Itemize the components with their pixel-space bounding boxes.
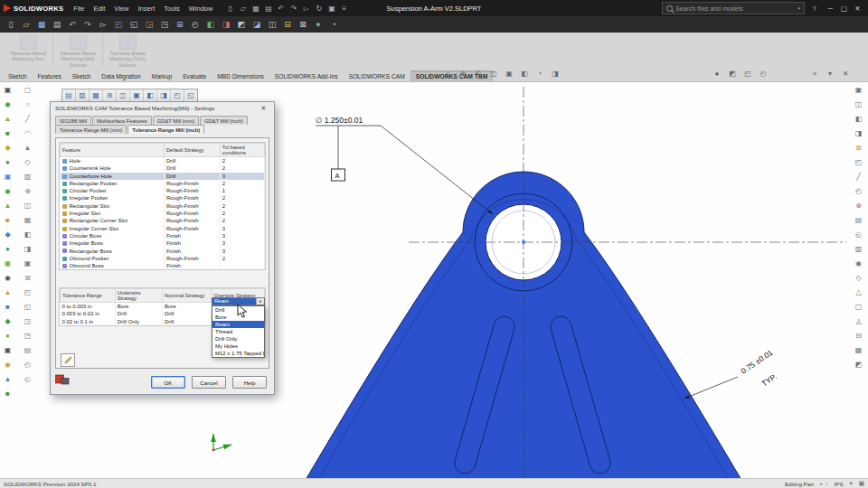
close-button[interactable]: ✕ [851,2,864,14]
feature-row[interactable]: Obround Boss Finish [61,262,265,269]
command-icon-16[interactable]: ■ [1,300,14,313]
sketch-tool-icon-21[interactable]: ◵ [21,372,34,385]
sketch-tool-icon-18[interactable]: ◳ [21,329,34,342]
command-icon-4[interactable]: ■ [1,127,14,139]
options-gear-icon[interactable]: ≡ [338,3,350,14]
save-icon[interactable]: ▦ [34,18,49,31]
sketch-tool-icon-16[interactable]: ◱ [21,300,34,313]
view-settings-icon[interactable]: ◨ [548,68,562,80]
command-icon-17[interactable]: ◆ [1,314,14,327]
save-icon[interactable]: ▦ [250,3,261,14]
select-arrow-icon[interactable]: ▻ [300,3,312,14]
command-icon-1[interactable]: ▣ [1,83,14,96]
close-panel-icon[interactable]: ✕ [838,68,853,80]
view-tool-icon-2[interactable]: ◫ [852,98,865,110]
sketch-tool-icon-7[interactable]: ▥ [21,170,34,183]
tab-sketch-2[interactable]: Sketch [67,70,96,81]
view-tool-icon-3[interactable]: ◧ [852,112,865,125]
dialog-tab[interactable]: Tolerance Range Mill (mm) [55,125,127,134]
dialog-tab[interactable]: GD&T Mill (inch) [200,116,247,125]
tbm-turn-settings-button[interactable]: Tolerance Based Machining (Turn) Setting… [103,34,152,69]
units-caret-icon[interactable]: ▾ [850,480,853,487]
scene-icon[interactable]: ◔ [326,18,341,31]
cam-setup-icon[interactable]: ◫ [117,89,130,101]
command-icon-19[interactable]: ▣ [1,343,14,356]
feature-row[interactable]: Obround Pocket Rough-Finish 2 [61,255,265,262]
view-tool-icon-9[interactable]: ⊕ [852,199,865,211]
open-file-icon[interactable]: ▱ [237,3,249,14]
help-icon[interactable]: ? [808,3,820,14]
dialog-titlebar[interactable]: SOLIDWORKS CAM Tolerance Based Machining… [51,102,274,114]
sketch-tool-icon-12[interactable]: ◨ [21,242,34,255]
command-icon-21[interactable]: ▲ [1,372,14,385]
print-icon[interactable]: ▤ [50,18,64,31]
feature-row[interactable]: Circular Pocket Rough-Finish 1 [61,187,265,194]
menu-item[interactable]: Edit [89,5,109,13]
open-folder-icon[interactable]: ▱ [19,18,33,31]
pattern-icon[interactable]: ⊞ [173,18,187,31]
sketch-tool-icon-11[interactable]: ◧ [21,228,34,240]
feature-row[interactable]: Counterbore Hole Drill 3 [61,173,265,180]
cut-extrude-icon[interactable]: ◨ [219,18,233,31]
dropdown-option[interactable]: Ream [212,321,264,328]
cam-tree-icon[interactable]: ▤ [62,89,76,101]
view-tool-icon-12[interactable]: ▥ [852,242,865,255]
undo-icon[interactable]: ↶ [65,18,80,31]
new-doc-icon[interactable]: ▯ [4,18,18,31]
file-properties-icon[interactable]: ▣ [326,3,337,14]
command-icon-10[interactable]: ■ [1,213,14,226]
dialog-close-icon[interactable]: ✕ [258,103,269,113]
feature-row[interactable]: Rectangular Boss Finish 3 [61,248,265,255]
feature-row[interactable]: Rectangular Corner Slot Rough-Finish 2 [61,217,265,224]
cam-feature-icon[interactable]: ▣ [130,89,144,101]
print-icon[interactable]: ▤ [262,3,274,14]
fillet-icon[interactable]: ◴ [188,18,203,31]
tab-solidworks-addins[interactable]: SOLIDWORKS Add-Ins [269,70,344,81]
cam-plan-icon[interactable]: ◧ [144,89,157,101]
command-icon-6[interactable]: ● [1,155,14,168]
view-tool-icon-6[interactable]: ◰ [852,155,865,168]
cam-simulate-icon[interactable]: ◰ [171,89,184,101]
sketch-tool-icon-13[interactable]: ▣ [21,257,34,269]
collapse-panel-icon[interactable]: « [807,68,822,80]
command-icon-18[interactable]: ● [1,329,14,342]
display-style-icon[interactable]: ◧ [517,68,532,80]
status-units[interactable]: IPS [835,481,844,487]
command-icon-8[interactable]: ◉ [1,184,14,197]
redo-icon[interactable]: ↷ [288,3,299,14]
diameter-dimension-text[interactable]: ∅ 1.250±0.01 [316,116,363,125]
mirror-icon[interactable]: ◳ [157,18,172,31]
dialog-tab[interactable]: Multisurface Features [92,116,152,125]
feature-row[interactable]: Rectangular Pocket Rough-Finish 2 [61,180,265,187]
menu-item[interactable]: Window [184,5,218,13]
command-icon-14[interactable]: ◉ [1,271,14,284]
command-icon-15[interactable]: ▲ [1,286,14,298]
command-icon-5[interactable]: ◆ [1,141,14,154]
sketch-tool-icon-19[interactable]: ▤ [21,343,34,356]
command-icon-2[interactable]: ◉ [1,98,14,110]
menu-item[interactable]: Insert [133,5,159,13]
feature-row[interactable]: Irregular Corner Slot Rough-Finish 3 [61,225,265,232]
search-box[interactable]: Search files and models ▾ [662,2,805,14]
sketch-icon[interactable]: ◰ [111,18,126,31]
dimension-icon[interactable]: ◱ [127,18,141,31]
view-tool-icon-16[interactable]: ▢ [852,300,865,313]
zoom-fit-icon[interactable]: ⌂ [440,68,455,80]
appearance-icon[interactable]: ● [311,18,326,31]
dialog-button[interactable]: Help [232,376,267,389]
undo-icon[interactable]: ↶ [275,3,287,14]
sketch-tool-icon-20[interactable]: ◴ [21,358,34,371]
sketch-tool-icon-1[interactable]: ▢ [21,83,34,96]
view-tool-icon-10[interactable]: ▤ [852,213,865,226]
section-icon[interactable]: ◫ [265,18,279,31]
revolve-icon[interactable]: ◩ [234,18,249,31]
sketch-tool-icon-2[interactable]: ○ [21,98,34,110]
mass-props-icon[interactable]: ⊠ [296,18,310,31]
trim-icon[interactable]: ◲ [142,18,156,31]
sketch-tool-icon-9[interactable]: ◫ [21,199,34,211]
edit-appearance-icon[interactable]: ● [710,68,724,80]
dialog-button[interactable]: Cancel [192,376,226,389]
measure-icon[interactable]: ⊟ [280,18,295,31]
command-icon-22[interactable]: ■ [1,387,14,399]
maximize-button[interactable]: ▢ [837,2,851,14]
